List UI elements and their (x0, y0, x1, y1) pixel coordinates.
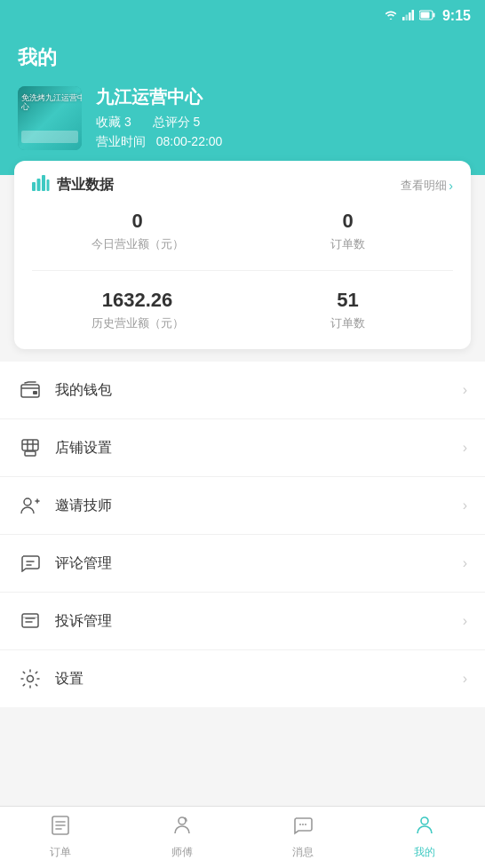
bar-chart-icon (32, 175, 50, 195)
menu-label-shop: 店铺设置 (55, 439, 463, 458)
menu-label-wallet: 我的钱包 (55, 381, 463, 400)
card-header: 营业数据 查看明细 › (32, 175, 453, 195)
bottom-nav: 订单 师傅 消息 (0, 806, 485, 868)
stat-history-revenue-value: 1632.26 (32, 289, 242, 312)
invite-icon (18, 493, 43, 518)
stat-today-orders-value: 0 (242, 210, 453, 233)
profile-meta: 收藏 3 总评分 5 (96, 115, 222, 131)
menu-item-comment[interactable]: 评论管理 › (0, 535, 485, 593)
svg-rect-10 (47, 179, 50, 191)
svg-rect-6 (433, 12, 434, 17)
page-title: 我的 (18, 44, 467, 71)
svg-point-35 (421, 817, 428, 824)
stat-today-orders: 0 订单数 (242, 210, 453, 252)
wallet-icon (18, 378, 43, 402)
svg-rect-7 (32, 182, 36, 191)
stat-today-revenue: 0 今日营业额（元） (32, 210, 242, 252)
message-nav-icon (292, 815, 314, 841)
business-card-title: 营业数据 (57, 176, 114, 195)
complaint-icon (18, 609, 43, 633)
svg-point-33 (302, 824, 304, 825)
stat-history-orders-value: 51 (242, 289, 453, 312)
stat-history-revenue: 1632.26 历史营业额（元） (32, 289, 242, 331)
shop-icon (18, 435, 43, 460)
nav-label-master: 师傅 (171, 845, 193, 860)
svg-rect-5 (420, 12, 429, 18)
profile-hours: 营业时间 08:00-22:00 (96, 134, 222, 150)
svg-rect-8 (37, 179, 41, 191)
nav-item-message[interactable]: 消息 (242, 808, 364, 867)
avatar: 免洗烤九江运营中心 (18, 86, 82, 150)
nav-label-mine: 我的 (414, 845, 435, 860)
svg-rect-2 (409, 12, 411, 20)
invite-chevron-icon: › (463, 498, 467, 514)
stat-history-revenue-label: 历史营业额（元） (32, 315, 242, 331)
favorites-count: 收藏 3 (96, 115, 131, 131)
wifi-icon (384, 10, 398, 23)
menu-item-wallet[interactable]: 我的钱包 › (0, 362, 485, 419)
stat-today-orders-label: 订单数 (242, 236, 453, 252)
menu-label-settings: 设置 (55, 670, 463, 689)
hours-value: 08:00-22:00 (156, 134, 223, 148)
profile-info: 九江运营中心 收藏 3 总评分 5 营业时间 08:00-22:00 (96, 85, 222, 150)
profile-row: 免洗烤九江运营中心 九江运营中心 收藏 3 总评分 5 营业时间 08:00-2… (18, 85, 467, 150)
stat-history-orders: 51 订单数 (242, 289, 453, 331)
menu-item-settings[interactable]: 设置 › (0, 650, 485, 707)
business-card: 营业数据 查看明细 › 0 今日营业额（元） 0 订单数 1632.26 (14, 161, 471, 349)
svg-rect-9 (42, 175, 45, 191)
menu-item-invite[interactable]: 邀请技师 › (0, 477, 485, 535)
status-time: 9:15 (442, 8, 471, 24)
menu-section: 我的钱包 › 店铺设置 › 邀请技师 › (0, 362, 485, 707)
profile-name: 九江运营中心 (96, 85, 222, 109)
svg-rect-13 (22, 440, 38, 450)
detail-link[interactable]: 查看明细 › (401, 178, 453, 194)
svg-point-34 (305, 824, 306, 825)
complaint-chevron-icon: › (463, 613, 467, 629)
master-nav-icon (171, 815, 193, 841)
stat-history-orders-label: 订单数 (242, 315, 453, 331)
battery-icon (419, 10, 435, 23)
svg-rect-12 (33, 391, 37, 394)
order-nav-icon (50, 815, 71, 841)
nav-label-message: 消息 (292, 845, 314, 860)
detail-link-text: 查看明细 (401, 178, 447, 194)
wallet-chevron-icon: › (463, 382, 467, 398)
mine-nav-icon (414, 815, 435, 841)
menu-label-comment: 评论管理 (55, 554, 463, 573)
signal-icon (402, 10, 415, 23)
svg-rect-17 (25, 451, 36, 456)
avatar-text: 免洗烤九江运营中心 (21, 93, 82, 113)
status-icons (384, 10, 435, 23)
hours-label: 营业时间 (96, 134, 146, 148)
stat-today-revenue-value: 0 (32, 210, 242, 233)
menu-label-invite: 邀请技师 (55, 497, 463, 515)
nav-item-master[interactable]: 师傅 (122, 808, 243, 867)
svg-rect-0 (402, 17, 405, 20)
menu-item-complaint[interactable]: 投诉管理 › (0, 593, 485, 650)
header: 我的 免洗烤九江运营中心 九江运营中心 收藏 3 总评分 5 营业时间 08:0… (0, 32, 485, 175)
stat-today-revenue-label: 今日营业额（元） (32, 236, 242, 252)
svg-rect-23 (22, 614, 38, 627)
total-score: 总评分 5 (153, 115, 201, 131)
comment-chevron-icon: › (463, 555, 467, 571)
svg-rect-3 (411, 10, 414, 20)
card-title-row: 营业数据 (32, 175, 114, 195)
status-bar: 9:15 (0, 0, 485, 32)
svg-point-26 (28, 676, 34, 682)
settings-chevron-icon: › (463, 671, 467, 687)
svg-point-18 (24, 498, 31, 506)
card-container: 营业数据 查看明细 › 0 今日营业额（元） 0 订单数 1632.26 (0, 161, 485, 349)
shop-chevron-icon: › (463, 440, 467, 456)
comment-icon (18, 551, 43, 576)
nav-item-order[interactable]: 订单 (0, 808, 122, 867)
stats-grid: 0 今日营业额（元） 0 订单数 1632.26 历史营业额（元） 51 订单数 (32, 210, 453, 331)
menu-item-shop[interactable]: 店铺设置 › (0, 419, 485, 477)
nav-label-order: 订单 (50, 845, 71, 860)
nav-item-mine[interactable]: 我的 (364, 808, 486, 867)
settings-icon (18, 666, 43, 691)
detail-chevron-icon: › (449, 179, 453, 193)
svg-rect-1 (405, 14, 408, 20)
svg-point-32 (299, 824, 301, 825)
menu-label-complaint: 投诉管理 (55, 612, 463, 631)
